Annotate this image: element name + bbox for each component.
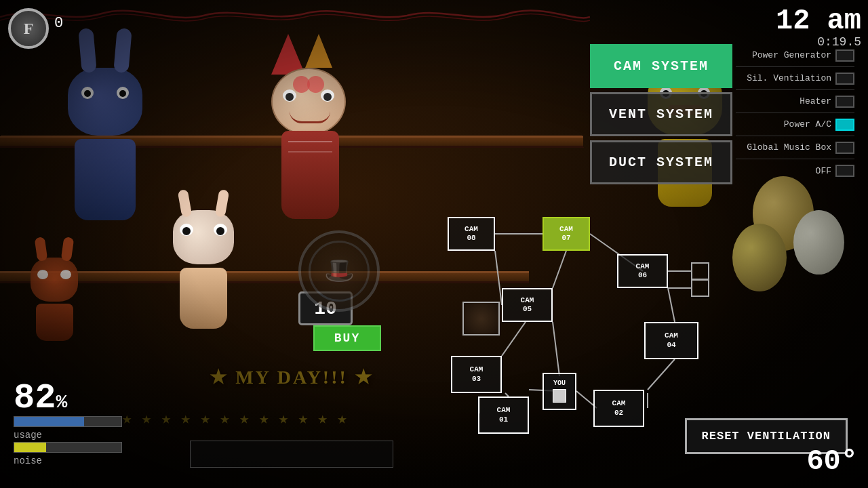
systems-container: CAM SYSTEM VENT SYSTEM DUCT SYSTEM — [590, 44, 732, 188]
clock-seconds: 0:19.5 — [776, 35, 861, 49]
cam-05-thumb — [462, 302, 500, 336]
cam-04-label: CAM04 — [665, 331, 678, 349]
cam-05-label: CAM05 — [521, 296, 534, 314]
wire-decoration — [0, 3, 590, 27]
noise-bar — [14, 443, 46, 452]
power-area: 82% usage noise — [14, 381, 122, 468]
foxy-character — [20, 258, 88, 339]
svg-line-10 — [502, 322, 526, 356]
cam-06-node[interactable]: CAM06 — [617, 254, 668, 288]
svg-line-3 — [553, 251, 566, 288]
cam-01-node[interactable]: CAM01 — [478, 396, 529, 434]
heater-indicator — [835, 96, 854, 108]
power-generator-indicator — [835, 49, 854, 62]
usage-bar — [14, 417, 84, 426]
cam-04-node[interactable]: CAM04 — [644, 322, 698, 359]
mangle-character — [156, 210, 251, 332]
noise-label: noise — [14, 455, 122, 466]
off-indicator — [835, 165, 854, 177]
coin-count: 0 — [54, 15, 63, 32]
svg-line-5 — [668, 288, 675, 322]
svg-rect-7 — [692, 263, 709, 279]
toggle-heater[interactable]: Heater — [736, 90, 854, 113]
puppet-character — [244, 34, 380, 244]
cam-08-label: CAM08 — [465, 225, 478, 243]
sil-ventilation-indicator — [835, 73, 854, 85]
svg-rect-9 — [692, 280, 709, 296]
cam-06-label: CAM06 — [636, 262, 650, 280]
toggle-power-ac[interactable]: Power A/C — [736, 113, 854, 136]
cam-01-label: CAM01 — [497, 406, 511, 424]
cam-05-node[interactable]: CAM05 — [502, 288, 553, 322]
vent-system-button[interactable]: VENT SYSTEM — [590, 92, 732, 136]
cam-08-node[interactable]: CAM08 — [448, 217, 495, 251]
heater-label: Heater — [736, 96, 835, 106]
duct-system-button[interactable]: DUCT SYSTEM — [590, 140, 732, 184]
noise-bar-container — [14, 442, 122, 453]
svg-line-11 — [553, 322, 559, 376]
freddy-logo-circle: 🎩 — [298, 230, 380, 312]
cam-02-node[interactable]: CAM02 — [593, 390, 644, 427]
svg-text:★ ★ ★ ★ ★ ★ ★ ★ ★ ★ ★ ★: ★ ★ ★ ★ ★ ★ ★ ★ ★ ★ ★ ★ — [122, 410, 347, 428]
stars-decoration: ★ ★ ★ ★ ★ ★ ★ ★ ★ ★ ★ ★ — [122, 403, 461, 434]
cam-03-node[interactable]: CAM03 — [451, 356, 502, 393]
svg-line-4 — [495, 251, 502, 305]
temperature-display: 60° — [806, 445, 858, 478]
power-percentage: 82% — [14, 381, 122, 416]
cam-03-label: CAM03 — [470, 365, 484, 383]
freddy-coin[interactable]: F — [8, 8, 49, 49]
usage-label: usage — [14, 430, 122, 441]
balloon-white — [793, 210, 844, 274]
cam-07-label: CAM07 — [559, 225, 573, 243]
balloon-dark-gold — [732, 224, 787, 291]
buy-button[interactable]: BUY — [313, 325, 381, 351]
camera-map: CAM08 CAM07 CAM06 CAM05 CAM04 CAM03 YOU — [414, 190, 712, 441]
toggles-container: Power Generator Sil. Ventilation Heater … — [736, 44, 854, 182]
bonnie-character — [54, 68, 156, 217]
clock-time: 12 am — [776, 7, 861, 35]
bottom-input[interactable] — [190, 441, 393, 468]
cam-system-button[interactable]: CAM SYSTEM — [590, 44, 732, 88]
balloons — [712, 169, 848, 373]
svg-line-12 — [648, 359, 675, 390]
global-music-box-indicator — [835, 142, 854, 154]
clock-area: 12 am 0:19.5 — [776, 7, 861, 49]
toggle-off[interactable]: OFF — [736, 159, 854, 182]
toggle-global-music-box[interactable]: Global Music Box — [736, 136, 854, 159]
you-node: YOU — [542, 373, 576, 410]
power-ac-indicator — [835, 119, 854, 131]
cam-02-label: CAM02 — [612, 399, 626, 417]
cam-07-node[interactable]: CAM07 — [542, 217, 590, 251]
toggle-sil-ventilation[interactable]: Sil. Ventilation — [736, 67, 854, 90]
